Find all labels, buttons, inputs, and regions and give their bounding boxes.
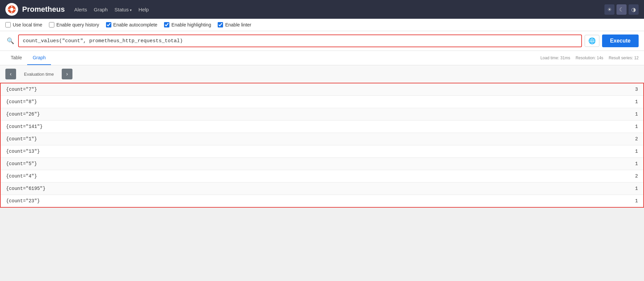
result-label: {count="8"}: [6, 99, 618, 104]
svg-rect-5: [14, 9, 15, 10]
navbar-right: ☀ ☾ ◑: [604, 4, 639, 15]
enable-highlighting-label: Enable highlighting: [171, 22, 211, 27]
enable-linter-checkbox[interactable]: Enable linter: [218, 22, 251, 27]
theme-dark-btn[interactable]: ☾: [616, 4, 627, 15]
theme-light-btn[interactable]: ☀: [604, 4, 614, 15]
svg-rect-2: [11, 6, 12, 7]
globe-button[interactable]: 🌐: [585, 35, 599, 47]
results-container: {count="7"} 3 {count="8"} 1 {count="26"}…: [0, 83, 644, 208]
enable-highlighting-checkbox[interactable]: Enable highlighting: [164, 22, 211, 27]
result-label: {count="141"}: [6, 124, 618, 129]
svg-rect-3: [11, 12, 12, 13]
navbar-links: Alerts Graph Status Help: [74, 5, 604, 14]
use-local-time-input[interactable]: [5, 22, 11, 27]
table-row: {count="26"} 1: [1, 108, 643, 121]
result-label: {count="13"}: [6, 149, 618, 154]
navbar: Prometheus Alerts Graph Status Help ☀ ☾ …: [0, 0, 644, 19]
result-value: 1: [618, 161, 638, 166]
table-row: {count="7"} 3: [1, 83, 643, 96]
result-label: {count="4"}: [6, 173, 618, 179]
use-local-time-checkbox[interactable]: Use local time: [5, 22, 42, 27]
table-row: {count="6195"} 1: [1, 183, 643, 195]
search-button[interactable]: 🔍: [5, 36, 15, 46]
enable-autocomplete-label: Enable autocomplete: [113, 22, 158, 27]
eval-prev-btn[interactable]: ‹: [5, 69, 16, 79]
eval-time-label: Evaluation time: [19, 72, 59, 77]
table-row: {count="5"} 1: [1, 158, 643, 170]
result-value: 2: [618, 136, 638, 142]
result-label: {count="26"}: [6, 112, 618, 117]
execute-button[interactable]: Execute: [602, 34, 639, 47]
table-row: {count="23"} 1: [1, 195, 643, 207]
enable-linter-label: Enable linter: [225, 22, 251, 27]
table-row: {count="4"} 2: [1, 170, 643, 183]
nav-graph[interactable]: Graph: [94, 5, 108, 14]
enable-highlighting-input[interactable]: [164, 22, 169, 27]
result-value: 1: [618, 112, 638, 117]
tab-graph[interactable]: Graph: [27, 51, 51, 65]
result-value: 2: [618, 173, 638, 179]
tabs-row: Table Graph Load time: 31ms Resolution: …: [0, 51, 644, 65]
nav-alerts[interactable]: Alerts: [74, 5, 87, 14]
result-label: {count="6195"}: [6, 186, 618, 191]
table-row: {count="141"} 1: [1, 121, 643, 133]
svg-point-1: [10, 8, 13, 11]
nav-status[interactable]: Status: [114, 5, 132, 14]
results-wrapper: {count="7"} 3 {count="8"} 1 {count="26"}…: [0, 83, 644, 208]
table-row: {count="1"} 2: [1, 133, 643, 145]
result-value: 1: [618, 198, 638, 204]
use-local-time-label: Use local time: [13, 22, 42, 27]
enable-query-history-label: Enable query history: [56, 22, 99, 27]
nav-help[interactable]: Help: [139, 5, 149, 14]
navbar-logo: [5, 3, 18, 16]
enable-query-history-input[interactable]: [49, 22, 54, 27]
query-input[interactable]: [23, 38, 577, 44]
eval-row: ‹ Evaluation time ›: [0, 65, 644, 83]
result-value: 1: [618, 186, 638, 191]
result-label: {count="7"}: [6, 87, 618, 92]
load-time: Load time: 31ms: [540, 56, 570, 60]
theme-auto-btn[interactable]: ◑: [629, 4, 639, 15]
result-value: 3: [618, 87, 638, 92]
enable-autocomplete-input[interactable]: [106, 22, 111, 27]
result-value: 1: [618, 149, 638, 154]
enable-autocomplete-checkbox[interactable]: Enable autocomplete: [106, 22, 158, 27]
enable-linter-input[interactable]: [218, 22, 223, 27]
result-value: 1: [618, 99, 638, 104]
svg-rect-4: [8, 9, 10, 10]
tab-table[interactable]: Table: [5, 51, 27, 65]
result-label: {count="23"}: [6, 198, 618, 204]
result-label: {count="5"}: [6, 161, 618, 166]
query-input-wrapper: [18, 34, 582, 47]
enable-query-history-checkbox[interactable]: Enable query history: [49, 22, 99, 27]
table-row: {count="8"} 1: [1, 96, 643, 108]
table-row: {count="13"} 1: [1, 145, 643, 158]
toolbar: Use local time Enable query history Enab…: [0, 19, 644, 31]
meta-info: Load time: 31ms Resolution: 14s Result s…: [540, 52, 639, 64]
result-series: Result series: 12: [609, 56, 639, 60]
result-label: {count="1"}: [6, 136, 618, 142]
resolution: Resolution: 14s: [576, 56, 603, 60]
result-value: 1: [618, 124, 638, 129]
navbar-brand: Prometheus: [22, 5, 65, 14]
query-area: 🔍 🌐 Execute: [0, 31, 644, 51]
eval-next-btn[interactable]: ›: [62, 69, 72, 79]
